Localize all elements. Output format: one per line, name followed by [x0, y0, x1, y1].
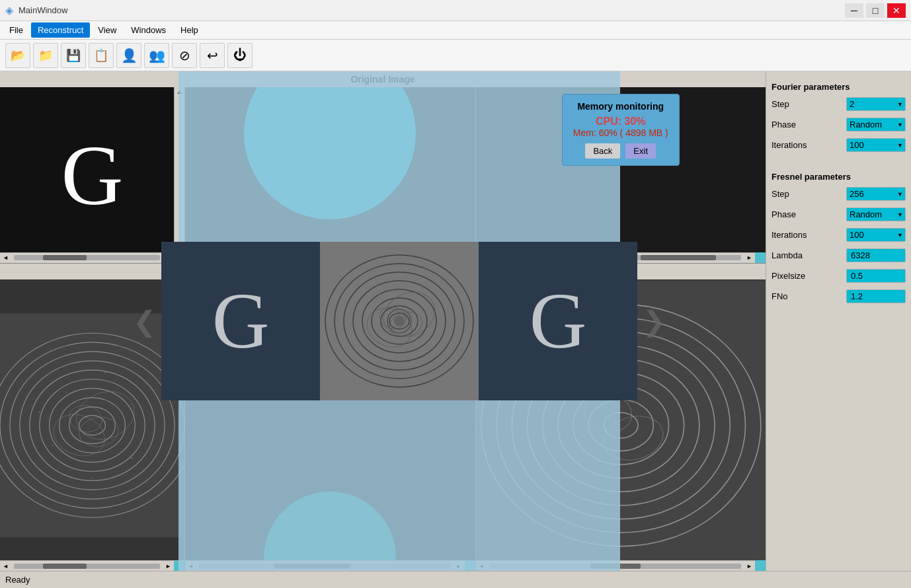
- fresnel-step-select[interactable]: 256128512: [846, 187, 906, 201]
- scroll-right-arrow3[interactable]: ►: [744, 254, 755, 261]
- carousel-overlay: ❮ G: [178, 71, 620, 571]
- memory-overlay: Memory monitoring CPU: 30% Mem: 60% ( 48…: [562, 94, 680, 166]
- menu-view[interactable]: View: [91, 22, 123, 38]
- carousel-fingerprint: [320, 242, 479, 400]
- maximize-button[interactable]: □: [866, 3, 885, 18]
- fresnel-lambda-row: Lambda: [772, 248, 906, 262]
- fourier-step-select[interactable]: 248: [846, 97, 906, 111]
- app-icon: ◈: [5, 4, 13, 17]
- memory-title: Memory monitoring: [573, 101, 668, 112]
- fourier-iterations-label: Iterations: [772, 140, 807, 150]
- fourier-step-row: Step 248: [772, 97, 906, 111]
- carousel-g-right: G: [530, 276, 587, 367]
- separator1: [772, 159, 906, 164]
- fresnel-pixelsize-label: Pixelsize: [772, 271, 805, 281]
- undo-icon: ↩: [207, 48, 218, 63]
- open-folder-button[interactable]: 📂: [5, 43, 30, 68]
- fresnel-pixelsize-row: Pixelsize: [772, 269, 906, 283]
- power-button[interactable]: ⏻: [227, 43, 253, 68]
- carousel-prev-button[interactable]: ❮: [128, 300, 161, 343]
- menu-help[interactable]: Help: [174, 22, 205, 38]
- save-icon: 💾: [66, 48, 81, 63]
- left-area: Original Image G ▲ ◄: [0, 71, 766, 571]
- rb-scroll-right[interactable]: ►: [744, 563, 755, 570]
- titlebar: ◈ MainWindow ─ □ ✕: [0, 0, 911, 21]
- original-g-letter: G: [0, 87, 184, 263]
- fresnel-lambda-input[interactable]: [846, 248, 906, 262]
- fresnel-phase-select[interactable]: RandomZeroCustom: [846, 207, 906, 221]
- carousel-next-button[interactable]: ❯: [637, 300, 671, 343]
- save-as-icon: 📋: [94, 48, 108, 63]
- fresnel-phase-row: Phase RandomZeroCustom: [772, 207, 906, 221]
- menu-windows[interactable]: Windows: [124, 22, 173, 38]
- menu-reconstruct[interactable]: Reconstruct: [31, 22, 90, 38]
- fourier-phase-row: Phase RandomZeroCustom: [772, 118, 906, 131]
- save-button[interactable]: 💾: [61, 43, 86, 68]
- fresnel-fno-row: FNo: [772, 289, 906, 303]
- memory-buttons: Back Exit: [573, 143, 668, 159]
- fourier-phase-select[interactable]: RandomZeroCustom: [846, 118, 906, 131]
- svg-point-51: [431, 346, 434, 349]
- open-folder-icon: 📂: [11, 48, 25, 63]
- person2-icon: 👥: [149, 48, 165, 63]
- close-button[interactable]: ✕: [887, 3, 906, 18]
- fourier-phase-wrapper: RandomZeroCustom: [846, 118, 906, 131]
- fourier-phase-label: Phase: [772, 120, 796, 129]
- svg-point-52: [411, 359, 414, 362]
- scroll-corner3: [755, 252, 766, 263]
- fresnel-iterations-select[interactable]: 1002005001000: [846, 228, 906, 242]
- phase-scrollbar-h[interactable]: ◄ ►: [0, 560, 184, 571]
- svg-point-48: [378, 293, 381, 296]
- fresnel-phase-label: Phase: [772, 209, 796, 219]
- statusbar: Ready: [0, 571, 911, 588]
- g-letter: G: [61, 126, 124, 225]
- svg-point-17: [52, 444, 54, 445]
- titlebar-controls: ─ □ ✕: [845, 3, 906, 18]
- fresnel-step-row: Step 256128512: [772, 187, 906, 201]
- open-file-icon: 📁: [38, 48, 53, 63]
- open-file-button[interactable]: 📁: [33, 43, 58, 68]
- person2-button[interactable]: 👥: [144, 43, 169, 68]
- save-as-button[interactable]: 📋: [89, 43, 114, 68]
- svg-point-16: [104, 371, 106, 373]
- fresnel-pixelsize-input[interactable]: [846, 269, 906, 283]
- svg-point-18: [131, 457, 132, 459]
- fresnel-iterations-label: Iterations: [772, 230, 807, 240]
- fourier-iterations-row: Iterations 1002005001000: [772, 138, 906, 152]
- carousel-inner: ❮ G: [128, 242, 671, 400]
- fourier-iterations-wrapper: 1002005001000: [846, 138, 906, 152]
- person1-button[interactable]: 👤: [116, 43, 141, 68]
- fresnel-lambda-label: Lambda: [772, 250, 803, 260]
- menubar: File Reconstruct View Windows Help: [0, 21, 911, 40]
- fourier-iterations-select[interactable]: 1002005001000: [846, 138, 906, 152]
- memory-back-button[interactable]: Back: [585, 143, 620, 159]
- phase-scroll-track: [14, 564, 160, 569]
- carousel-right-image: G: [479, 242, 637, 400]
- memory-cpu: CPU: 30%: [573, 116, 668, 128]
- app-title: MainWindow: [19, 5, 67, 15]
- stop-button[interactable]: ⊘: [172, 43, 197, 68]
- scroll-left-arrow[interactable]: ◄: [0, 254, 11, 261]
- undo-button[interactable]: ↩: [200, 43, 225, 68]
- carousel-left-image: G: [161, 242, 320, 400]
- svg-point-53: [358, 307, 361, 309]
- fresnel-fno-input[interactable]: [846, 289, 906, 303]
- svg-point-15: [65, 391, 67, 392]
- phase-scroll-right[interactable]: ►: [163, 563, 174, 570]
- menu-file[interactable]: File: [3, 22, 30, 38]
- fresnel-step-label: Step: [772, 189, 789, 199]
- fresnel-phase-wrapper: RandomZeroCustom: [846, 207, 906, 221]
- fourier-step-wrapper: 248: [846, 97, 906, 111]
- status-text: Ready: [5, 575, 30, 585]
- svg-point-19: [92, 477, 93, 478]
- memory-exit-button[interactable]: Exit: [625, 143, 656, 159]
- svg-point-49: [418, 287, 420, 289]
- fourier-step-label: Step: [772, 99, 789, 109]
- fresnel-fno-label: FNo: [772, 291, 788, 301]
- minimize-button[interactable]: ─: [845, 3, 863, 18]
- phase-scroll-left[interactable]: ◄: [0, 563, 11, 570]
- toolbar: 📂 📁 💾 📋 👤 👥 ⊘ ↩ ⏻: [0, 40, 911, 71]
- fresnel-step-wrapper: 256128512: [846, 187, 906, 201]
- rb-scroll-corner: [755, 560, 766, 571]
- power-icon: ⏻: [233, 48, 247, 63]
